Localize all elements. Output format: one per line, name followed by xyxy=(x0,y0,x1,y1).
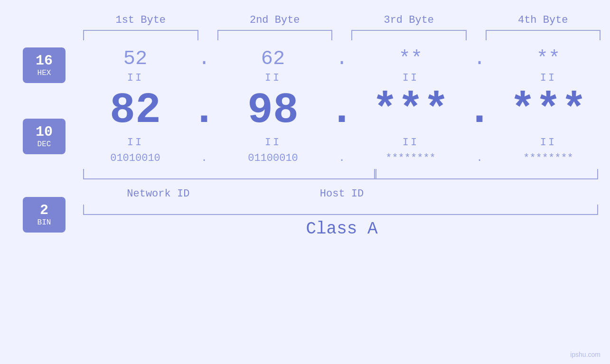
hex-badge-label: HEX xyxy=(38,69,51,77)
byte-header-1: 1st Byte xyxy=(74,14,208,26)
bottom-bracket-area xyxy=(0,169,610,186)
byte-headers: 1st Byte 2nd Byte 3rd Byte 4th Byte xyxy=(0,14,610,26)
bracket-b3 xyxy=(351,30,467,40)
hex-dot-2: . xyxy=(335,47,349,70)
eq-sym-1: II xyxy=(127,72,143,84)
eq-sym-6: II xyxy=(265,137,281,149)
watermark: ipshu.com xyxy=(570,351,601,358)
dec-b2: 98 xyxy=(211,86,335,135)
hex-b4: ** xyxy=(487,47,610,70)
class-a-label: Class A xyxy=(306,219,377,239)
dec-dot-1: . xyxy=(197,89,211,132)
hex-b3: ** xyxy=(349,47,472,70)
dec-dot-3: . xyxy=(472,89,487,132)
bin-b1: 01010010 xyxy=(74,152,197,164)
network-id-bracket xyxy=(83,169,376,179)
network-id-label: Network ID xyxy=(127,188,189,200)
byte-header-4: 4th Byte xyxy=(476,14,610,26)
dec-b4: *** xyxy=(487,86,610,135)
bin-dot-3: . xyxy=(472,152,487,164)
dec-dot-2: . xyxy=(335,89,349,132)
hex-b1: 52 xyxy=(74,47,197,70)
bracket-row-top xyxy=(0,30,610,40)
bin-badge-label: BIN xyxy=(38,218,51,227)
host-id-label: Host ID xyxy=(320,188,364,200)
hex-badge-number: 16 xyxy=(36,54,53,68)
bin-dot-1: . xyxy=(197,152,211,164)
host-id-bracket xyxy=(374,169,599,179)
eq-sym-7: II xyxy=(403,137,419,149)
class-a-bracket xyxy=(83,205,598,215)
hex-row: 52 . 62 . ** . ** xyxy=(0,47,610,70)
bracket-b1 xyxy=(83,30,198,40)
dec-badge-number: 10 xyxy=(36,125,53,139)
byte-header-2: 2nd Byte xyxy=(208,14,342,26)
bin-b3: ******** xyxy=(349,152,472,164)
hex-badge: 16 HEX xyxy=(23,47,66,83)
bin-b2: 01100010 xyxy=(211,152,335,164)
bin-dot-2: . xyxy=(335,152,349,164)
eq-sym-2: II xyxy=(265,72,281,84)
eq-sym-8: II xyxy=(540,137,556,149)
main-container: 1st Byte 2nd Byte 3rd Byte 4th Byte 16 H… xyxy=(0,0,610,364)
class-a-label-row: Class A xyxy=(0,219,610,239)
eq-sym-4: II xyxy=(540,72,556,84)
network-id-label-cell: Network ID xyxy=(74,188,243,200)
dec-row: 82 . 98 . *** . *** xyxy=(0,86,610,135)
dec-b1: 82 xyxy=(74,86,197,135)
eq-sym-5: II xyxy=(127,137,143,149)
dec-b3: *** xyxy=(349,86,472,135)
equals-row-2: II II II II xyxy=(0,137,610,149)
hex-b2: 62 xyxy=(211,47,335,70)
equals-row-1: II II II II xyxy=(0,72,610,84)
bin-b4: ******** xyxy=(487,152,610,164)
hex-dot-3: . xyxy=(472,47,487,70)
eq-sym-3: II xyxy=(403,72,419,84)
dec-badge-label: DEC xyxy=(38,140,51,149)
dec-badge: 10 DEC xyxy=(23,119,66,154)
bin-row: 01010010 . 01100010 . ******** . *******… xyxy=(0,152,610,164)
bracket-b4 xyxy=(486,30,601,40)
class-bracket-area xyxy=(0,205,610,216)
id-labels-row: Network ID Host ID xyxy=(0,188,610,200)
byte-header-3: 3rd Byte xyxy=(342,14,476,26)
host-id-label-cell: Host ID xyxy=(257,188,427,200)
bin-badge-number: 2 xyxy=(40,203,48,217)
hex-dot-1: . xyxy=(197,47,211,70)
bracket-b2 xyxy=(217,30,333,40)
bin-badge: 2 BIN xyxy=(23,197,66,233)
